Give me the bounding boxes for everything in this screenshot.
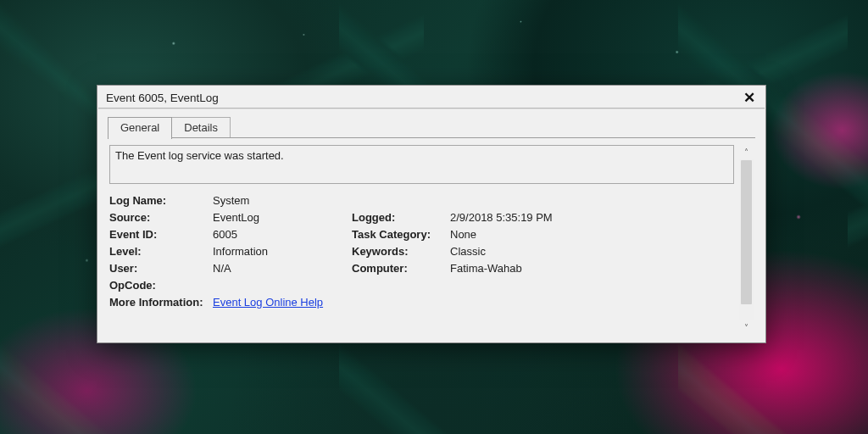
scroll-up-button[interactable]: ˄ — [739, 145, 754, 159]
close-icon: ✕ — [743, 91, 755, 105]
label-source: Source: — [109, 211, 209, 224]
label-level: Level: — [109, 245, 209, 258]
label-keywords: Keywords: — [352, 245, 447, 258]
value-log-name: System — [213, 194, 348, 207]
close-button[interactable]: ✕ — [740, 90, 759, 105]
chevron-down-icon: ˅ — [744, 323, 748, 332]
label-log-name: Log Name: — [109, 194, 209, 207]
value-computer: Fatima-Wahab — [450, 262, 734, 275]
value-level: Information — [213, 245, 348, 258]
tab-details[interactable]: Details — [171, 117, 231, 138]
value-event-id: 6005 — [213, 228, 348, 241]
label-user: User: — [109, 262, 209, 275]
tabs: General Details — [97, 109, 765, 138]
scroll-down-button[interactable]: ˅ — [739, 320, 754, 334]
event-fields: Log Name: System Source: EventLog Logged… — [109, 194, 734, 309]
tabs-underline — [108, 137, 755, 138]
event-description: The Event log service was started. — [109, 145, 734, 184]
value-task-category: None — [450, 228, 734, 241]
scroll-thumb[interactable] — [741, 160, 752, 304]
tab-general[interactable]: General — [108, 117, 172, 139]
scroll-track[interactable] — [739, 159, 754, 320]
dialog-title: Event 6005, EventLog — [106, 92, 740, 104]
event-log-help-link[interactable]: Event Log Online Help — [213, 296, 323, 309]
label-more-info: More Information: — [109, 296, 209, 309]
chevron-up-icon: ˄ — [744, 147, 748, 157]
label-event-id: Event ID: — [109, 228, 209, 241]
label-logged: Logged: — [352, 211, 447, 224]
label-computer: Computer: — [352, 262, 447, 275]
label-task-category: Task Category: — [352, 228, 447, 241]
label-opcode: OpCode: — [109, 279, 209, 292]
value-user: N/A — [213, 262, 348, 275]
value-keywords: Classic — [450, 245, 734, 258]
tab-panel-general: The Event log service was started. Log N… — [108, 138, 755, 334]
value-source: EventLog — [213, 211, 348, 224]
titlebar: Event 6005, EventLog ✕ — [97, 86, 765, 108]
value-logged: 2/9/2018 5:35:19 PM — [450, 211, 734, 224]
event-properties-dialog: Event 6005, EventLog ✕ General Details T… — [97, 85, 766, 343]
panel-content: The Event log service was started. Log N… — [109, 145, 734, 334]
vertical-scrollbar[interactable]: ˄ ˅ — [739, 145, 754, 334]
